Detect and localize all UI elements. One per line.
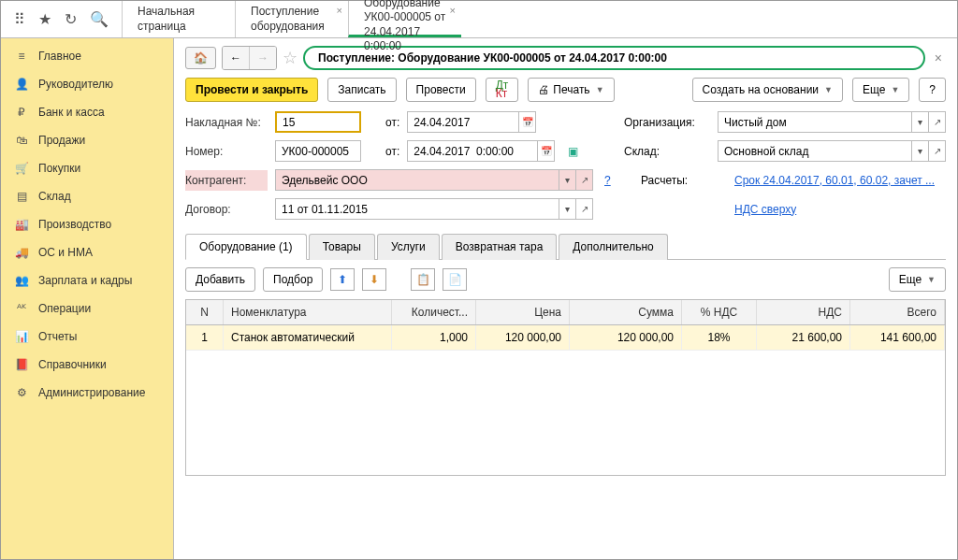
- factory-icon: 🏭: [14, 218, 29, 231]
- help-button[interactable]: ?: [919, 78, 946, 102]
- calendar-icon[interactable]: 📅: [538, 140, 555, 162]
- cell-quantity: 1,000: [392, 325, 476, 350]
- printer-icon: 🖨: [538, 83, 549, 96]
- col-total[interactable]: Всего: [850, 300, 945, 324]
- sidebar-item-assets[interactable]: 🚚ОС и НМА: [1, 238, 173, 266]
- warehouse-input[interactable]: [718, 140, 912, 162]
- chevron-down-icon[interactable]: ▾: [912, 140, 929, 162]
- more-button[interactable]: Еще▼: [852, 78, 909, 102]
- cell-total: 141 600,00: [850, 325, 945, 350]
- contract-input[interactable]: [275, 198, 559, 220]
- paste-button[interactable]: 📄: [443, 268, 467, 291]
- dtkt-button[interactable]: ДтКт: [486, 78, 519, 102]
- sidebar-item-purchases[interactable]: 🛒Покупки: [1, 154, 173, 182]
- vat-mode-link[interactable]: НДС сверху: [734, 203, 946, 216]
- sidebar-item-payroll[interactable]: 👥Зарплата и кадры: [1, 266, 173, 294]
- sidebar-item-operations[interactable]: ᴬᴷОперации: [1, 294, 173, 323]
- chart-icon: 📊: [14, 330, 29, 343]
- top-toolbar: ⠿ ★ ↻ 🔍 Начальная страница Поступление о…: [1, 1, 957, 38]
- organization-label: Организация:: [624, 116, 710, 129]
- sidebar-item-label: Банк и касса: [38, 106, 105, 119]
- sidebar-item-label: Зарплата и кадры: [38, 274, 132, 287]
- apps-icon[interactable]: ⠿: [14, 10, 25, 28]
- grid-more-button[interactable]: Еще▼: [889, 267, 946, 292]
- move-down-button[interactable]: ⬇: [362, 268, 386, 291]
- post-and-close-button[interactable]: Провести и закрыть: [185, 78, 318, 102]
- star-icon[interactable]: ★: [38, 10, 51, 28]
- sidebar-item-main[interactable]: ≡Главное: [1, 42, 173, 70]
- col-sum[interactable]: Сумма: [570, 300, 682, 324]
- sidebar-item-sales[interactable]: 🛍Продажи: [1, 126, 173, 154]
- chevron-down-icon[interactable]: ▾: [559, 198, 576, 220]
- open-icon[interactable]: ↗: [929, 111, 946, 133]
- counterparty-help-link[interactable]: ?: [604, 174, 611, 187]
- counterparty-label: Контрагент:: [185, 170, 268, 191]
- counterparty-input[interactable]: [275, 169, 559, 191]
- sidebar-item-admin[interactable]: ⚙Администрирование: [1, 379, 173, 407]
- history-icon[interactable]: ↻: [65, 10, 77, 28]
- detail-tabs: Оборудование (1) Товары Услуги Возвратна…: [185, 233, 946, 260]
- tab-returnable[interactable]: Возвратная тара: [442, 234, 558, 260]
- number-label: Номер:: [185, 145, 268, 158]
- search-icon[interactable]: 🔍: [90, 10, 109, 28]
- close-icon[interactable]: ×: [450, 5, 456, 16]
- save-button[interactable]: Записать: [327, 78, 396, 102]
- people-icon: 👥: [14, 274, 29, 287]
- window-tabs: Начальная страница Поступление оборудова…: [122, 1, 461, 37]
- forward-button[interactable]: →: [250, 47, 276, 69]
- tab-receipts[interactable]: Поступление оборудования ×: [235, 1, 348, 37]
- col-n[interactable]: N: [186, 300, 224, 324]
- home-button[interactable]: 🏠: [185, 47, 216, 69]
- number-input[interactable]: [275, 140, 361, 162]
- sidebar-item-label: Покупки: [38, 162, 80, 175]
- close-document-button[interactable]: ×: [931, 50, 946, 65]
- calendar-icon[interactable]: 📅: [519, 111, 536, 133]
- col-price[interactable]: Цена: [476, 300, 570, 324]
- tab-goods[interactable]: Товары: [309, 234, 375, 260]
- add-row-button[interactable]: Добавить: [185, 267, 255, 292]
- sidebar-item-bank[interactable]: ₽Банк и касса: [1, 98, 173, 126]
- favorite-star-icon[interactable]: ☆: [283, 48, 298, 68]
- chevron-down-icon[interactable]: ▾: [912, 111, 929, 133]
- post-button[interactable]: Провести: [406, 78, 476, 102]
- open-icon[interactable]: ↗: [576, 169, 593, 191]
- equipment-grid: N Номенклатура Количест... Цена Сумма % …: [185, 299, 946, 476]
- close-icon[interactable]: ×: [337, 5, 342, 16]
- col-vat[interactable]: НДС: [757, 300, 850, 324]
- create-based-button[interactable]: Создать на основании▼: [692, 78, 843, 102]
- gear-icon: ⚙: [14, 386, 29, 399]
- sidebar-item-label: Склад: [38, 190, 71, 203]
- col-nomenclature[interactable]: Номенклатура: [224, 300, 392, 324]
- back-button[interactable]: ←: [223, 47, 250, 69]
- copy-button[interactable]: 📋: [411, 268, 435, 291]
- invoice-date-input[interactable]: [407, 111, 519, 133]
- sidebar-item-manager[interactable]: 👤Руководителю: [1, 70, 173, 98]
- sidebar-item-production[interactable]: 🏭Производство: [1, 210, 173, 238]
- sidebar-item-reports[interactable]: 📊Отчеты: [1, 323, 173, 351]
- tab-home[interactable]: Начальная страница: [122, 1, 235, 37]
- cell-vat: 21 600,00: [757, 325, 850, 350]
- sidebar-item-label: Производство: [38, 218, 111, 231]
- sidebar-item-catalogs[interactable]: 📕Справочники: [1, 351, 173, 379]
- open-icon[interactable]: ↗: [929, 140, 946, 162]
- number-datetime-input[interactable]: [407, 140, 538, 162]
- open-icon[interactable]: ↗: [576, 198, 593, 220]
- col-vat-percent[interactable]: % НДС: [682, 300, 757, 324]
- print-button[interactable]: 🖨Печать▼: [528, 78, 614, 102]
- invoice-no-label: Накладная №:: [185, 116, 268, 129]
- pick-button[interactable]: Подбор: [263, 267, 323, 292]
- organization-input[interactable]: [718, 111, 912, 133]
- tab-services[interactable]: Услуги: [377, 234, 440, 260]
- move-up-button[interactable]: ⬆: [330, 268, 355, 291]
- col-quantity[interactable]: Количест...: [392, 300, 476, 324]
- sidebar-item-warehouse[interactable]: ▤Склад: [1, 182, 173, 210]
- chevron-down-icon[interactable]: ▾: [559, 169, 576, 191]
- settlements-link[interactable]: Срок 24.04.2017, 60.01, 60.02, зачет ...: [734, 174, 946, 187]
- tab-document[interactable]: Поступление: Оборудование УК00-000005 от…: [348, 1, 461, 37]
- dtkt-icon: ᴬᴷ: [14, 302, 29, 315]
- invoice-no-input[interactable]: [275, 111, 361, 133]
- tab-equipment[interactable]: Оборудование (1): [185, 234, 307, 260]
- tab-additional[interactable]: Дополнительно: [559, 234, 667, 260]
- sidebar-item-label: Операции: [38, 302, 91, 315]
- table-row[interactable]: 1 Станок автоматический 1,000 120 000,00…: [186, 325, 945, 351]
